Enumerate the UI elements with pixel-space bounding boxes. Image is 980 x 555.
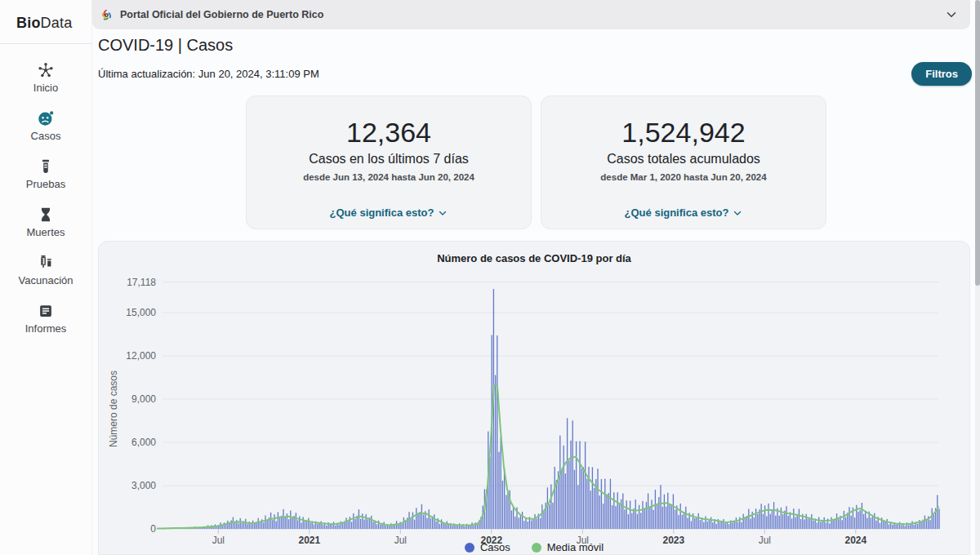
- sidebar-item-label: Informes: [25, 322, 67, 335]
- what-does-this-mean-link[interactable]: ¿Qué significa esto?: [247, 206, 531, 219]
- brand-rest: Data: [41, 15, 73, 31]
- daily-cases-chart[interactable]: 03,0006,0009,00012,00015,00017,118Número…: [99, 242, 970, 555]
- legend-dot-green: [532, 543, 541, 553]
- hourglass-icon: [37, 206, 55, 224]
- sidebar-item-inicio[interactable]: Inicio: [0, 54, 91, 102]
- sidebar-nav: Inicio Casos: [0, 44, 91, 343]
- page-title: COVID-19 | Casos: [98, 36, 233, 55]
- scrollbar-thumb[interactable]: [975, 0, 980, 286]
- stat-card-7-days: 12,364 Casos en los últimos 7 días desde…: [246, 95, 532, 229]
- pr-gov-logo-icon: [100, 8, 114, 22]
- stat-value: 12,364: [346, 118, 431, 148]
- sidebar: BioData: [0, 0, 92, 555]
- stat-date-range: desde Jun 13, 2024 hasta Jun 20, 2024: [303, 172, 474, 182]
- syringe-icon: [37, 254, 55, 272]
- svg-text:3,000: 3,000: [131, 480, 156, 491]
- sidebar-item-vacunacion[interactable]: Vacunación: [0, 246, 91, 295]
- stat-value: 1,524,942: [621, 118, 745, 148]
- filters-button[interactable]: Filtros: [911, 62, 972, 86]
- legend-item-media-movil[interactable]: Media móvil: [532, 541, 604, 553]
- sidebar-item-label: Casos: [31, 130, 61, 142]
- what-does-this-mean-link[interactable]: ¿Qué significa esto?: [541, 206, 826, 219]
- legend-dot-blue: [465, 543, 474, 553]
- stat-date-range: desde Mar 1, 2020 hasta Jun 20, 2024: [600, 172, 766, 182]
- chevron-down-icon: [438, 208, 448, 218]
- sidebar-item-label: Pruebas: [26, 178, 65, 190]
- legend-label: Casos: [480, 541, 510, 553]
- report-icon: [37, 302, 55, 320]
- last-updated-text: Última actualización: Jun 20, 2024, 3:11…: [98, 68, 319, 80]
- stat-cards-row: 12,364 Casos en los últimos 7 días desde…: [246, 95, 826, 229]
- legend-item-casos[interactable]: Casos: [465, 541, 510, 553]
- svg-text:17,118: 17,118: [127, 277, 156, 288]
- sidebar-item-label: Inicio: [33, 82, 58, 94]
- sick-face-icon: [37, 109, 55, 127]
- svg-text:6,000: 6,000: [131, 437, 156, 448]
- app-window: BioData: [0, 0, 980, 555]
- svg-text:0: 0: [150, 523, 156, 535]
- brand-bold: Bio: [16, 15, 41, 31]
- test-vial-icon: [37, 158, 55, 175]
- chart-legend: Casos Media móvil: [99, 541, 969, 553]
- sidebar-item-muertes[interactable]: Muertes: [0, 198, 91, 246]
- brand-logo[interactable]: BioData: [0, 0, 91, 43]
- sidebar-item-casos[interactable]: Casos: [0, 102, 91, 150]
- svg-text:9,000: 9,000: [131, 393, 156, 405]
- svg-text:Número de casos: Número de casos: [108, 371, 119, 447]
- chevron-down-icon[interactable]: [944, 7, 959, 22]
- stat-card-total: 1,524,942 Casos totales acumulados desde…: [541, 95, 826, 229]
- banner-text: Portal Oficial del Gobierno de Puerto Ri…: [120, 9, 323, 20]
- sidebar-item-label: Vacunación: [19, 274, 74, 286]
- hub-icon: [37, 61, 55, 79]
- link-label: ¿Qué significa esto?: [330, 206, 434, 219]
- sidebar-item-pruebas[interactable]: Pruebas: [0, 150, 91, 198]
- link-label: ¿Qué significa esto?: [625, 206, 729, 219]
- scrollbar-track[interactable]: [975, 0, 980, 555]
- legend-label: Media móvil: [547, 541, 604, 553]
- stat-label: Casos en los últimos 7 días: [309, 152, 469, 166]
- daily-cases-chart-card: Número de casos de COVID-19 por día 03,0…: [98, 241, 970, 555]
- gov-portal-banner[interactable]: Portal Oficial del Gobierno de Puerto Ri…: [92, 0, 970, 29]
- sidebar-item-informes[interactable]: Informes: [0, 295, 91, 343]
- sidebar-item-label: Muertes: [27, 226, 65, 238]
- svg-text:15,000: 15,000: [126, 307, 156, 318]
- stat-label: Casos totales acumulados: [607, 152, 760, 166]
- svg-text:12,000: 12,000: [126, 350, 156, 362]
- chevron-down-icon: [733, 208, 742, 218]
